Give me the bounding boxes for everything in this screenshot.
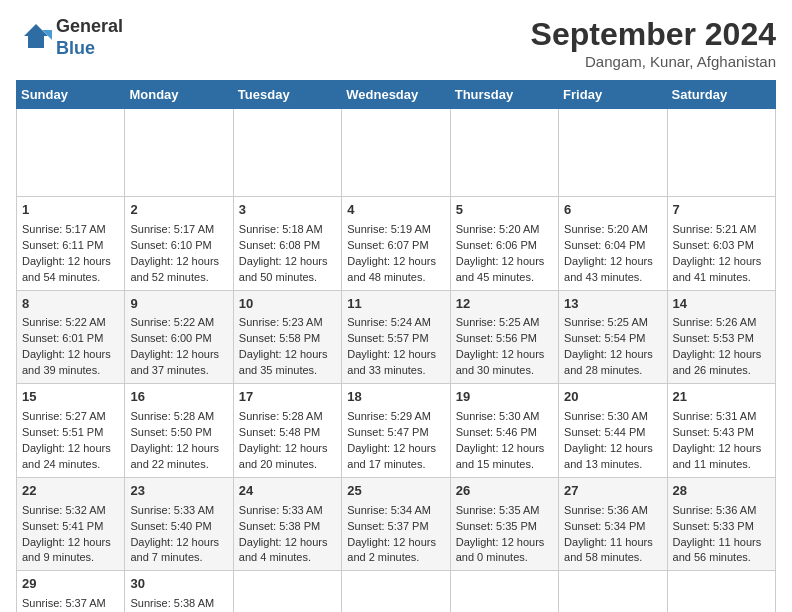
day-info: and 58 minutes. <box>564 550 661 566</box>
day-number: 19 <box>456 388 553 407</box>
day-info: Sunrise: 5:21 AM <box>673 222 770 238</box>
calendar-cell: 25Sunrise: 5:34 AMSunset: 5:37 PMDayligh… <box>342 477 450 571</box>
day-info: and 0 minutes. <box>456 550 553 566</box>
header-cell-saturday: Saturday <box>667 81 775 109</box>
day-number: 8 <box>22 295 119 314</box>
day-info: Daylight: 12 hours <box>130 441 227 457</box>
calendar-cell: 23Sunrise: 5:33 AMSunset: 5:40 PMDayligh… <box>125 477 233 571</box>
day-number: 6 <box>564 201 661 220</box>
day-info: and 48 minutes. <box>347 270 444 286</box>
day-info: Daylight: 12 hours <box>239 441 336 457</box>
day-info: Sunrise: 5:37 AM <box>22 596 119 612</box>
day-info: Sunrise: 5:22 AM <box>22 315 119 331</box>
day-info: Sunset: 5:58 PM <box>239 331 336 347</box>
header-cell-tuesday: Tuesday <box>233 81 341 109</box>
calendar-cell: 2Sunrise: 5:17 AMSunset: 6:10 PMDaylight… <box>125 197 233 291</box>
day-info: and 26 minutes. <box>673 363 770 379</box>
calendar-cell: 13Sunrise: 5:25 AMSunset: 5:54 PMDayligh… <box>559 290 667 384</box>
day-info: Sunrise: 5:17 AM <box>22 222 119 238</box>
day-info: Sunset: 5:37 PM <box>347 519 444 535</box>
day-info: Daylight: 12 hours <box>456 347 553 363</box>
day-info: Sunset: 6:03 PM <box>673 238 770 254</box>
day-info: Daylight: 12 hours <box>239 535 336 551</box>
calendar-week-row: 8Sunrise: 5:22 AMSunset: 6:01 PMDaylight… <box>17 290 776 384</box>
day-info: Sunrise: 5:17 AM <box>130 222 227 238</box>
day-info: Daylight: 12 hours <box>239 347 336 363</box>
day-info: Daylight: 12 hours <box>22 441 119 457</box>
day-info: and 9 minutes. <box>22 550 119 566</box>
day-info: Sunrise: 5:22 AM <box>130 315 227 331</box>
header-cell-sunday: Sunday <box>17 81 125 109</box>
calendar-cell <box>667 109 775 197</box>
calendar-cell: 17Sunrise: 5:28 AMSunset: 5:48 PMDayligh… <box>233 384 341 478</box>
day-info: and 17 minutes. <box>347 457 444 473</box>
calendar-cell: 26Sunrise: 5:35 AMSunset: 5:35 PMDayligh… <box>450 477 558 571</box>
calendar-cell: 22Sunrise: 5:32 AMSunset: 5:41 PMDayligh… <box>17 477 125 571</box>
day-number: 25 <box>347 482 444 501</box>
page-header: General Blue September 2024 Dangam, Kuna… <box>16 16 776 70</box>
day-info: Sunrise: 5:29 AM <box>347 409 444 425</box>
day-info: Sunrise: 5:33 AM <box>239 503 336 519</box>
calendar-cell: 20Sunrise: 5:30 AMSunset: 5:44 PMDayligh… <box>559 384 667 478</box>
day-info: Sunrise: 5:25 AM <box>564 315 661 331</box>
day-info: and 43 minutes. <box>564 270 661 286</box>
day-info: Daylight: 12 hours <box>347 254 444 270</box>
calendar-cell <box>233 571 341 612</box>
day-number: 11 <box>347 295 444 314</box>
day-info: and 56 minutes. <box>673 550 770 566</box>
calendar-week-row: 29Sunrise: 5:37 AMSunset: 5:31 PMDayligh… <box>17 571 776 612</box>
calendar-cell: 15Sunrise: 5:27 AMSunset: 5:51 PMDayligh… <box>17 384 125 478</box>
logo-text-line1: General <box>56 16 123 38</box>
day-info: and 22 minutes. <box>130 457 227 473</box>
day-info: Daylight: 12 hours <box>22 347 119 363</box>
day-info: Sunrise: 5:18 AM <box>239 222 336 238</box>
day-number: 22 <box>22 482 119 501</box>
calendar-cell <box>667 571 775 612</box>
day-number: 9 <box>130 295 227 314</box>
day-info: and 11 minutes. <box>673 457 770 473</box>
calendar-cell: 19Sunrise: 5:30 AMSunset: 5:46 PMDayligh… <box>450 384 558 478</box>
calendar-cell <box>233 109 341 197</box>
day-info: Sunset: 6:11 PM <box>22 238 119 254</box>
day-info: Daylight: 12 hours <box>347 441 444 457</box>
day-info: Sunrise: 5:25 AM <box>456 315 553 331</box>
calendar-cell: 14Sunrise: 5:26 AMSunset: 5:53 PMDayligh… <box>667 290 775 384</box>
day-info: and 37 minutes. <box>130 363 227 379</box>
day-info: Daylight: 12 hours <box>239 254 336 270</box>
header-cell-monday: Monday <box>125 81 233 109</box>
calendar-cell: 6Sunrise: 5:20 AMSunset: 6:04 PMDaylight… <box>559 197 667 291</box>
day-info: and 7 minutes. <box>130 550 227 566</box>
day-info: Sunrise: 5:20 AM <box>456 222 553 238</box>
day-info: Sunset: 5:54 PM <box>564 331 661 347</box>
day-info: Sunrise: 5:19 AM <box>347 222 444 238</box>
day-info: Sunset: 5:44 PM <box>564 425 661 441</box>
day-info: and 20 minutes. <box>239 457 336 473</box>
day-info: and 30 minutes. <box>456 363 553 379</box>
day-info: Daylight: 12 hours <box>130 347 227 363</box>
month-title: September 2024 <box>531 16 776 53</box>
day-info: Sunrise: 5:36 AM <box>673 503 770 519</box>
day-info: Daylight: 12 hours <box>673 347 770 363</box>
day-number: 30 <box>130 575 227 594</box>
day-info: and 35 minutes. <box>239 363 336 379</box>
calendar-cell: 16Sunrise: 5:28 AMSunset: 5:50 PMDayligh… <box>125 384 233 478</box>
day-info: Daylight: 12 hours <box>130 535 227 551</box>
day-info: Sunset: 5:41 PM <box>22 519 119 535</box>
day-info: Sunset: 5:33 PM <box>673 519 770 535</box>
calendar-cell: 8Sunrise: 5:22 AMSunset: 6:01 PMDaylight… <box>17 290 125 384</box>
day-info: and 13 minutes. <box>564 457 661 473</box>
calendar-cell: 4Sunrise: 5:19 AMSunset: 6:07 PMDaylight… <box>342 197 450 291</box>
header-cell-friday: Friday <box>559 81 667 109</box>
calendar-cell <box>450 109 558 197</box>
day-info: and 24 minutes. <box>22 457 119 473</box>
calendar-cell: 24Sunrise: 5:33 AMSunset: 5:38 PMDayligh… <box>233 477 341 571</box>
calendar-cell: 10Sunrise: 5:23 AMSunset: 5:58 PMDayligh… <box>233 290 341 384</box>
day-info: and 45 minutes. <box>456 270 553 286</box>
calendar-week-row: 15Sunrise: 5:27 AMSunset: 5:51 PMDayligh… <box>17 384 776 478</box>
day-info: Sunrise: 5:28 AM <box>239 409 336 425</box>
day-info: Daylight: 12 hours <box>456 441 553 457</box>
day-number: 20 <box>564 388 661 407</box>
day-info: Daylight: 12 hours <box>564 441 661 457</box>
day-info: and 28 minutes. <box>564 363 661 379</box>
day-info: Sunset: 6:07 PM <box>347 238 444 254</box>
